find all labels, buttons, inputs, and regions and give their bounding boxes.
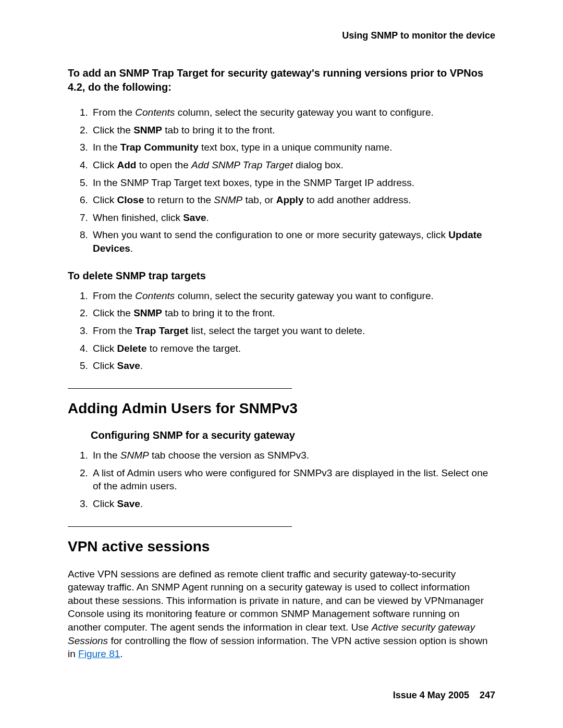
running-header: Using SNMP to monitor the device <box>68 30 495 41</box>
list-item: When you want to send the configuration … <box>91 228 495 255</box>
paragraph-vpn-sessions: Active VPN sessions are defined as remot… <box>68 567 495 661</box>
list-item: From the Contents column, select the sec… <box>91 106 495 119</box>
list-item: Click Delete to remove the target. <box>91 342 495 355</box>
issue-date: Issue 4 May 2005 <box>393 690 469 700</box>
list-item: When finished, click Save. <box>91 211 495 225</box>
list-item: Click the SNMP tab to bring it to the fr… <box>91 306 495 320</box>
list-item: Click the SNMP tab to bring it to the fr… <box>91 124 495 137</box>
list-item: Click Save. <box>91 359 495 373</box>
list-item: In the SNMP tab choose the version as SN… <box>91 449 495 462</box>
steps-add-trap-target: From the Contents column, select the sec… <box>91 106 495 255</box>
list-item: Click Save. <box>91 497 495 511</box>
figure-81-link[interactable]: Figure 81 <box>78 648 120 659</box>
page-footer: Issue 4 May 2005 247 <box>393 690 495 701</box>
list-item: From the Trap Target list, select the ta… <box>91 324 495 338</box>
list-item: Click Add to open the Add SNMP Trap Targ… <box>91 158 495 172</box>
procedure-title-delete-trap-targets: To delete SNMP trap targets <box>68 270 495 282</box>
subheading-configuring-snmp: Configuring SNMP for a security gateway <box>91 429 495 441</box>
list-item: From the Contents column, select the sec… <box>91 289 495 303</box>
list-item: A list of Admin users who were configure… <box>91 466 495 493</box>
heading-adding-admin-users: Adding Admin Users for SNMPv3 <box>68 400 495 417</box>
procedure-title-add-trap-target: To add an SNMP Trap Target for security … <box>68 66 495 94</box>
section-divider <box>68 526 292 527</box>
page: Using SNMP to monitor the device To add … <box>0 0 563 728</box>
list-item: Click Close to return to the SNMP tab, o… <box>91 193 495 207</box>
steps-delete-trap-targets: From the Contents column, select the sec… <box>91 289 495 373</box>
list-item: In the Trap Community text box, type in … <box>91 141 495 154</box>
list-item: In the SNMP Trap Target text boxes, type… <box>91 176 495 190</box>
page-number: 247 <box>480 690 495 700</box>
steps-configure-snmpv3: In the SNMP tab choose the version as SN… <box>91 449 495 511</box>
heading-vpn-active-sessions: VPN active sessions <box>68 538 495 555</box>
section-divider <box>68 388 292 389</box>
